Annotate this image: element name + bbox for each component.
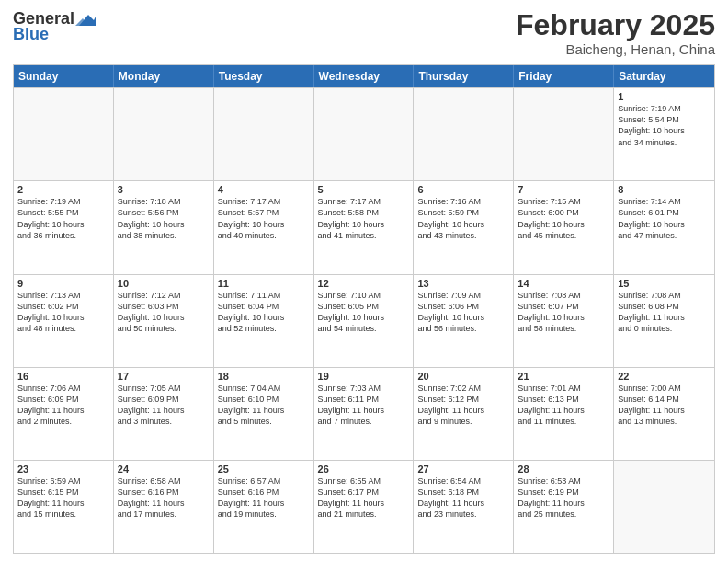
cal-week-1: 1Sunrise: 7:19 AM Sunset: 5:54 PM Daylig…	[14, 87, 714, 180]
cal-header-saturday: Saturday	[614, 65, 714, 87]
cal-week-4: 16Sunrise: 7:06 AM Sunset: 6:09 PM Dayli…	[14, 367, 714, 460]
day-number: 4	[218, 184, 310, 195]
day-info: Sunrise: 7:02 AM Sunset: 6:12 PM Dayligh…	[417, 383, 509, 428]
day-number: 11	[218, 278, 310, 289]
cal-day-19: 19Sunrise: 7:03 AM Sunset: 6:11 PM Dayli…	[314, 368, 415, 460]
day-number: 6	[417, 184, 509, 195]
day-info: Sunrise: 7:15 AM Sunset: 6:00 PM Dayligh…	[518, 196, 609, 241]
day-number: 24	[118, 464, 210, 475]
calendar-header: SundayMondayTuesdayWednesdayThursdayFrid…	[14, 65, 714, 87]
day-info: Sunrise: 7:19 AM Sunset: 5:55 PM Dayligh…	[17, 196, 109, 241]
day-number: 17	[118, 371, 210, 382]
day-info: Sunrise: 7:08 AM Sunset: 6:08 PM Dayligh…	[618, 290, 711, 335]
title-area: February 2025 Baicheng, Henan, China	[516, 9, 715, 57]
location-title: Baicheng, Henan, China	[516, 41, 715, 57]
cal-day-23: 23Sunrise: 6:59 AM Sunset: 6:15 PM Dayli…	[14, 461, 114, 553]
cal-day-11: 11Sunrise: 7:11 AM Sunset: 6:04 PM Dayli…	[214, 275, 314, 367]
day-number: 16	[17, 371, 109, 382]
day-number: 26	[318, 464, 410, 475]
cal-day-27: 27Sunrise: 6:54 AM Sunset: 6:18 PM Dayli…	[414, 461, 514, 553]
page: General Blue February 2025 Baicheng, Hen…	[0, 0, 728, 563]
cal-day-20: 20Sunrise: 7:02 AM Sunset: 6:12 PM Dayli…	[414, 368, 514, 460]
day-info: Sunrise: 7:01 AM Sunset: 6:13 PM Dayligh…	[518, 383, 609, 428]
logo-icon	[75, 11, 96, 28]
day-info: Sunrise: 7:03 AM Sunset: 6:11 PM Dayligh…	[318, 383, 410, 428]
day-info: Sunrise: 7:14 AM Sunset: 6:01 PM Dayligh…	[618, 196, 711, 241]
cal-day-empty	[514, 88, 614, 180]
calendar: SundayMondayTuesdayWednesdayThursdayFrid…	[13, 64, 715, 554]
day-info: Sunrise: 7:11 AM Sunset: 6:04 PM Dayligh…	[218, 290, 310, 335]
cal-week-2: 2Sunrise: 7:19 AM Sunset: 5:55 PM Daylig…	[14, 180, 714, 273]
day-info: Sunrise: 6:57 AM Sunset: 6:16 PM Dayligh…	[218, 476, 310, 521]
cal-day-14: 14Sunrise: 7:08 AM Sunset: 6:07 PM Dayli…	[514, 275, 614, 367]
day-number: 10	[118, 278, 210, 289]
cal-day-9: 9Sunrise: 7:13 AM Sunset: 6:02 PM Daylig…	[14, 275, 114, 367]
calendar-body: 1Sunrise: 7:19 AM Sunset: 5:54 PM Daylig…	[14, 87, 714, 553]
day-info: Sunrise: 7:17 AM Sunset: 5:57 PM Dayligh…	[218, 196, 310, 241]
day-number: 15	[618, 278, 711, 289]
cal-day-17: 17Sunrise: 7:05 AM Sunset: 6:09 PM Dayli…	[114, 368, 214, 460]
cal-day-1: 1Sunrise: 7:19 AM Sunset: 5:54 PM Daylig…	[614, 88, 714, 180]
cal-day-8: 8Sunrise: 7:14 AM Sunset: 6:01 PM Daylig…	[614, 181, 714, 273]
day-info: Sunrise: 7:10 AM Sunset: 6:05 PM Dayligh…	[318, 290, 410, 335]
day-number: 25	[218, 464, 310, 475]
day-number: 18	[218, 371, 310, 382]
cal-day-5: 5Sunrise: 7:17 AM Sunset: 5:58 PM Daylig…	[314, 181, 415, 273]
day-number: 19	[318, 371, 410, 382]
day-info: Sunrise: 6:59 AM Sunset: 6:15 PM Dayligh…	[17, 476, 109, 521]
day-number: 23	[17, 464, 109, 475]
day-info: Sunrise: 6:55 AM Sunset: 6:17 PM Dayligh…	[318, 476, 410, 521]
day-info: Sunrise: 7:09 AM Sunset: 6:06 PM Dayligh…	[417, 290, 509, 335]
cal-day-2: 2Sunrise: 7:19 AM Sunset: 5:55 PM Daylig…	[14, 181, 114, 273]
cal-day-22: 22Sunrise: 7:00 AM Sunset: 6:14 PM Dayli…	[614, 368, 714, 460]
day-number: 13	[417, 278, 509, 289]
day-number: 3	[118, 184, 210, 195]
cal-day-6: 6Sunrise: 7:16 AM Sunset: 5:59 PM Daylig…	[414, 181, 514, 273]
cal-day-25: 25Sunrise: 6:57 AM Sunset: 6:16 PM Dayli…	[214, 461, 314, 553]
cal-day-16: 16Sunrise: 7:06 AM Sunset: 6:09 PM Dayli…	[14, 368, 114, 460]
day-info: Sunrise: 7:00 AM Sunset: 6:14 PM Dayligh…	[618, 383, 711, 428]
cal-day-10: 10Sunrise: 7:12 AM Sunset: 6:03 PM Dayli…	[114, 275, 214, 367]
day-number: 1	[618, 91, 711, 102]
day-number: 8	[618, 184, 711, 195]
cal-header-tuesday: Tuesday	[214, 65, 314, 87]
month-title: February 2025	[516, 9, 715, 41]
day-info: Sunrise: 7:17 AM Sunset: 5:58 PM Dayligh…	[318, 196, 410, 241]
day-info: Sunrise: 7:04 AM Sunset: 6:10 PM Dayligh…	[218, 383, 310, 428]
cal-day-empty	[14, 88, 114, 180]
cal-day-3: 3Sunrise: 7:18 AM Sunset: 5:56 PM Daylig…	[114, 181, 214, 273]
cal-day-24: 24Sunrise: 6:58 AM Sunset: 6:16 PM Dayli…	[114, 461, 214, 553]
cal-day-empty	[414, 88, 514, 180]
cal-day-13: 13Sunrise: 7:09 AM Sunset: 6:06 PM Dayli…	[414, 275, 514, 367]
day-info: Sunrise: 7:19 AM Sunset: 5:54 PM Dayligh…	[618, 103, 711, 148]
cal-day-4: 4Sunrise: 7:17 AM Sunset: 5:57 PM Daylig…	[214, 181, 314, 273]
day-number: 12	[318, 278, 410, 289]
day-info: Sunrise: 7:12 AM Sunset: 6:03 PM Dayligh…	[118, 290, 210, 335]
cal-header-thursday: Thursday	[414, 65, 514, 87]
header: General Blue February 2025 Baicheng, Hen…	[13, 9, 715, 57]
cal-day-21: 21Sunrise: 7:01 AM Sunset: 6:13 PM Dayli…	[514, 368, 614, 460]
day-number: 9	[17, 278, 109, 289]
cal-header-sunday: Sunday	[14, 65, 114, 87]
day-number: 20	[417, 371, 509, 382]
day-info: Sunrise: 7:18 AM Sunset: 5:56 PM Dayligh…	[118, 196, 210, 241]
day-number: 22	[618, 371, 711, 382]
day-info: Sunrise: 6:53 AM Sunset: 6:19 PM Dayligh…	[518, 476, 609, 521]
cal-day-18: 18Sunrise: 7:04 AM Sunset: 6:10 PM Dayli…	[214, 368, 314, 460]
cal-week-5: 23Sunrise: 6:59 AM Sunset: 6:15 PM Dayli…	[14, 460, 714, 553]
cal-day-12: 12Sunrise: 7:10 AM Sunset: 6:05 PM Dayli…	[314, 275, 415, 367]
cal-day-empty	[314, 88, 415, 180]
day-info: Sunrise: 7:16 AM Sunset: 5:59 PM Dayligh…	[417, 196, 509, 241]
day-number: 14	[518, 278, 609, 289]
day-info: Sunrise: 7:08 AM Sunset: 6:07 PM Dayligh…	[518, 290, 609, 335]
day-info: Sunrise: 6:54 AM Sunset: 6:18 PM Dayligh…	[417, 476, 509, 521]
day-number: 7	[518, 184, 609, 195]
cal-header-monday: Monday	[114, 65, 214, 87]
cal-day-empty	[614, 461, 714, 553]
day-info: Sunrise: 7:06 AM Sunset: 6:09 PM Dayligh…	[17, 383, 109, 428]
cal-header-wednesday: Wednesday	[314, 65, 415, 87]
day-number: 2	[17, 184, 109, 195]
cal-day-empty	[214, 88, 314, 180]
cal-day-empty	[114, 88, 214, 180]
day-number: 28	[518, 464, 609, 475]
